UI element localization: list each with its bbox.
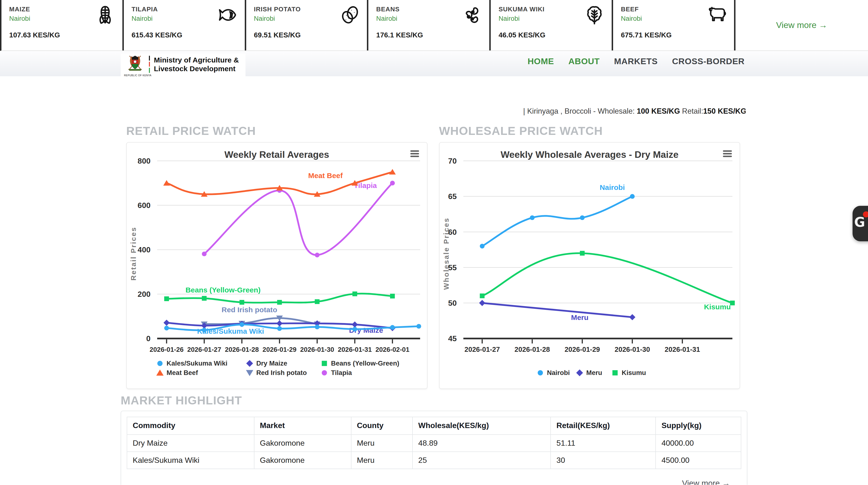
svg-text:Beans (Yellow-Green): Beans (Yellow-Green) [185, 286, 260, 294]
table-cell: 51.11 [551, 434, 656, 452]
market-dashboard-page: MAIZENairobi107.63 KES/KGTILAPIANairobi6… [0, 0, 868, 485]
svg-text:2026-02-01: 2026-02-01 [375, 346, 409, 353]
svg-text:800: 800 [137, 157, 151, 165]
commodity-price: 69.51 KES/KG [254, 31, 301, 39]
ticker-view-more: View more → [736, 0, 868, 51]
highlight-section-heading: MARKET HIGHLIGHT [121, 393, 242, 407]
svg-text:2026-01-27: 2026-01-27 [464, 346, 500, 353]
table-row: Kales/Sukuma WikiGakoromoneMeru25304500.… [127, 452, 741, 469]
marquee-segment: Retail: [680, 107, 703, 115]
svg-text:Red Irish potato: Red Irish potato [222, 306, 277, 314]
weekly-wholesale-averages-chart[interactable]: 4550556065702026-01-272026-01-282026-01-… [439, 142, 741, 389]
ministry-name: Ministry of Agriculture & Livestock Deve… [154, 56, 239, 73]
table-column-header: County [351, 417, 412, 434]
svg-text:Nairobi: Nairobi [599, 184, 625, 192]
ticker-card: TILAPIANairobi615.43 KES/KG [124, 0, 246, 51]
svg-text:Kisumu: Kisumu [622, 369, 646, 377]
table-column-header: Supply(kg) [656, 417, 741, 434]
table-column-header: Commodity [127, 417, 254, 434]
svg-text:Kales/Sukuma Wiki: Kales/Sukuma Wiki [197, 327, 264, 335]
svg-text:60: 60 [448, 228, 457, 236]
table-column-header: Market [254, 417, 351, 434]
market-highlight-table: CommodityMarketCountyWholesale(KES/kg)Re… [127, 417, 741, 469]
commodity-ticker-bar: MAIZENairobi107.63 KES/KGTILAPIANairobi6… [0, 0, 868, 51]
table-cell: Meru [351, 452, 412, 469]
svg-text:2026-01-28: 2026-01-28 [515, 346, 550, 353]
svg-text:Kisumu: Kisumu [704, 303, 731, 311]
svg-text:Meat Beef: Meat Beef [308, 172, 343, 180]
svg-text:Red Irish potato: Red Irish potato [256, 369, 307, 377]
ticker-card: SUKUMA WIKINairobi46.05 KES/KG [491, 0, 613, 51]
table-cell: 40000.00 [656, 434, 741, 452]
wholesale-section-heading: WHOLESALE PRICE WATCH [439, 124, 603, 137]
table-view-more-link[interactable]: View more → [682, 479, 730, 485]
nav-item-cross-border[interactable]: CROSS-BORDER [672, 57, 744, 66]
fish-icon [217, 4, 238, 26]
svg-text:50: 50 [448, 299, 457, 308]
svg-text:Tilapia: Tilapia [331, 369, 352, 377]
nav-item-home[interactable]: HOME [528, 57, 554, 66]
main-navigation: HOMEABOUTMARKETSCROSS-BORDER [528, 57, 745, 66]
price-marquee: | Kirinyaga , Broccoli - Wholesale: 100 … [121, 107, 746, 119]
retail-section-heading: RETAIL PRICE WATCH [126, 124, 256, 137]
table-cell: Kales/Sukuma Wiki [127, 452, 254, 469]
ticker-card: BEEFNairobi675.71 KES/KG [613, 0, 736, 51]
svg-text:65: 65 [448, 192, 457, 201]
svg-text:45: 45 [448, 334, 457, 343]
logo-divider [149, 55, 150, 73]
svg-text:200: 200 [137, 290, 151, 299]
table-cell: 48.89 [412, 434, 551, 452]
svg-text:2026-01-31: 2026-01-31 [664, 346, 700, 353]
logo-caption: REPUBLIC OF KENYA [124, 74, 146, 77]
commodity-price: 675.71 KES/KG [621, 31, 672, 39]
wholesale-chart-card: Weekly Wholesale Averages - Dry Maize Wh… [439, 142, 740, 389]
svg-text:55: 55 [448, 263, 457, 272]
svg-text:Kales/Sukuma Wiki: Kales/Sukuma Wiki [166, 360, 227, 367]
svg-text:2026-01-30: 2026-01-30 [615, 346, 650, 353]
svg-text:Meru: Meru [586, 369, 602, 377]
svg-text:2026-01-29: 2026-01-29 [565, 346, 600, 353]
marquee-segment: 100 KES/KG [637, 107, 680, 115]
view-more-link[interactable]: View more → [776, 20, 828, 30]
nav-item-markets[interactable]: MARKETS [614, 57, 658, 66]
kenya-coat-of-arms-icon: REPUBLIC OF KENYA [124, 55, 146, 77]
svg-text:Nairobi: Nairobi [547, 369, 570, 377]
svg-text:0: 0 [146, 334, 151, 343]
table-cell: 30 [551, 452, 656, 469]
table-cell: Meru [351, 434, 412, 452]
svg-text:Meat Beef: Meat Beef [166, 369, 198, 377]
weekly-retail-averages-chart[interactable]: 02004006008002026-01-262026-01-272026-01… [127, 142, 428, 389]
ticker-card: IRISH POTATONairobi69.51 KES/KG [246, 0, 369, 51]
cow-icon [706, 4, 727, 26]
svg-text:Dry Maize: Dry Maize [256, 360, 287, 367]
table-column-header: Retail(KES/kg) [551, 417, 656, 434]
svg-text:2026-01-30: 2026-01-30 [300, 346, 334, 353]
table-cell: Gakoromone [254, 452, 351, 469]
svg-text:2026-01-29: 2026-01-29 [262, 346, 297, 353]
table-cell: Gakoromone [254, 434, 351, 452]
commodity-price: 615.43 KES/KG [131, 31, 182, 39]
table-header-row: CommodityMarketCountyWholesale(KES/kg)Re… [127, 417, 741, 434]
table-cell: 4500.00 [656, 452, 741, 469]
retail-chart-card: Weekly Retail Averages Retail Prices 020… [126, 142, 428, 389]
corn-icon [95, 4, 116, 26]
notification-dot [863, 212, 868, 217]
beans-icon [462, 4, 483, 26]
ticker-card: BEANSNairobi176.1 KES/KG [368, 0, 491, 51]
ticker-card: MAIZENairobi107.63 KES/KG [1, 0, 124, 51]
svg-text:2026-01-27: 2026-01-27 [187, 346, 221, 353]
svg-text:2026-01-31: 2026-01-31 [338, 346, 372, 353]
svg-text:2026-01-26: 2026-01-26 [150, 346, 184, 353]
kale-icon [584, 4, 605, 26]
ministry-logo: REPUBLIC OF KENYA Ministry of Agricultur… [121, 54, 246, 78]
svg-text:400: 400 [137, 246, 151, 254]
nav-item-about[interactable]: ABOUT [568, 57, 600, 66]
chat-widget-icon: G [854, 214, 865, 230]
table-cell: Dry Maize [127, 434, 254, 452]
chat-widget-button[interactable]: G [852, 206, 868, 241]
marquee-segment: | Kirinyaga , Broccoli - Wholesale: [523, 107, 637, 115]
svg-text:Beans (Yellow-Green): Beans (Yellow-Green) [331, 360, 399, 367]
svg-text:Meru: Meru [571, 314, 588, 322]
commodity-price: 176.1 KES/KG [376, 31, 423, 39]
price-marquee-text: | Kirinyaga , Broccoli - Wholesale: 100 … [523, 107, 746, 116]
